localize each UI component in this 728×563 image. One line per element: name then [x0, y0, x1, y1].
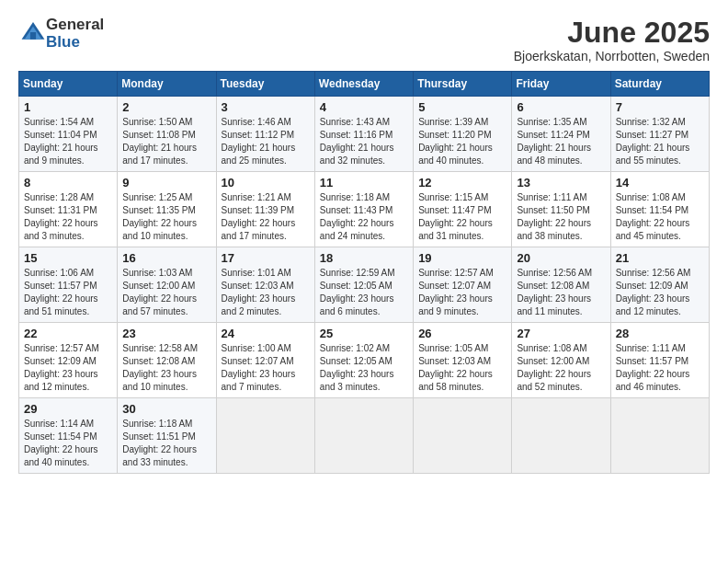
- day-number: 11: [320, 176, 408, 190]
- calendar-cell: 3Sunrise: 1:46 AMSunset: 11:12 PMDayligh…: [216, 97, 314, 172]
- day-info: Sunrise: 12:57 AMSunset: 12:09 AMDayligh…: [24, 342, 112, 394]
- calendar-cell: 4Sunrise: 1:43 AMSunset: 11:16 PMDayligh…: [314, 97, 413, 172]
- calendar-cell: 7Sunrise: 1:32 AMSunset: 11:27 PMDayligh…: [610, 97, 709, 172]
- calendar-cell: 21Sunrise: 12:56 AMSunset: 12:09 AMDayli…: [610, 247, 709, 323]
- calendar-cell: 10Sunrise: 1:21 AMSunset: 11:39 PMDaylig…: [216, 172, 314, 247]
- day-info: Sunrise: 1:05 AMSunset: 12:03 AMDaylight…: [418, 342, 506, 394]
- day-info: Sunrise: 1:18 AMSunset: 11:43 PMDaylight…: [320, 191, 408, 243]
- day-info: Sunrise: 1:46 AMSunset: 11:12 PMDaylight…: [222, 116, 310, 167]
- day-number: 21: [616, 251, 704, 265]
- header: General Blue June 2025 Bjoerkskatan, Nor…: [18, 17, 710, 63]
- day-info: Sunrise: 1:03 AMSunset: 12:00 AMDaylight…: [122, 267, 210, 318]
- day-info: Sunrise: 12:56 AMSunset: 12:08 AMDayligh…: [517, 267, 605, 318]
- day-number: 28: [616, 327, 704, 340]
- calendar-cell: 2Sunrise: 1:50 AMSunset: 11:08 PMDayligh…: [118, 97, 216, 172]
- calendar-week-row: 15Sunrise: 1:06 AMSunset: 11:57 PMDaylig…: [19, 247, 710, 323]
- day-number: 10: [222, 176, 310, 190]
- day-of-week-header: Saturday: [610, 72, 709, 97]
- day-info: Sunrise: 1:08 AMSunset: 12:00 AMDaylight…: [517, 342, 605, 394]
- calendar-cell: 20Sunrise: 12:56 AMSunset: 12:08 AMDayli…: [512, 247, 610, 323]
- calendar-cell: 26Sunrise: 1:05 AMSunset: 12:03 AMDaylig…: [414, 323, 512, 398]
- calendar-cell: [414, 398, 512, 474]
- day-info: Sunrise: 1:06 AMSunset: 11:57 PMDaylight…: [24, 267, 112, 318]
- day-number: 13: [517, 176, 605, 190]
- day-info: Sunrise: 1:39 AMSunset: 11:20 PMDaylight…: [418, 116, 506, 167]
- logo-blue-text: Blue: [46, 33, 80, 51]
- day-info: Sunrise: 1:28 AMSunset: 11:31 PMDaylight…: [24, 191, 112, 243]
- logo: General Blue: [18, 17, 104, 51]
- day-info: Sunrise: 1:54 AMSunset: 11:04 PMDaylight…: [24, 116, 112, 167]
- day-number: 18: [320, 251, 408, 265]
- calendar-cell: [216, 398, 314, 474]
- day-info: Sunrise: 1:14 AMSunset: 11:54 PMDaylight…: [24, 418, 112, 469]
- day-number: 26: [418, 327, 506, 340]
- day-info: Sunrise: 1:50 AMSunset: 11:08 PMDaylight…: [122, 116, 210, 167]
- day-info: Sunrise: 12:59 AMSunset: 12:05 AMDayligh…: [320, 267, 408, 318]
- calendar-week-row: 8Sunrise: 1:28 AMSunset: 11:31 PMDayligh…: [19, 172, 710, 247]
- day-of-week-header: Wednesday: [314, 72, 413, 97]
- calendar-cell: 1Sunrise: 1:54 AMSunset: 11:04 PMDayligh…: [19, 97, 118, 172]
- calendar-cell: 22Sunrise: 12:57 AMSunset: 12:09 AMDayli…: [19, 323, 118, 398]
- day-info: Sunrise: 1:21 AMSunset: 11:39 PMDaylight…: [222, 191, 310, 243]
- day-info: Sunrise: 1:08 AMSunset: 11:54 PMDaylight…: [616, 191, 704, 243]
- day-info: Sunrise: 1:35 AMSunset: 11:24 PMDaylight…: [517, 116, 605, 167]
- day-number: 14: [616, 176, 704, 190]
- day-info: Sunrise: 12:58 AMSunset: 12:08 AMDayligh…: [122, 342, 210, 394]
- day-number: 25: [320, 327, 408, 340]
- calendar-week-row: 22Sunrise: 12:57 AMSunset: 12:09 AMDayli…: [19, 323, 710, 398]
- day-number: 17: [222, 251, 310, 265]
- calendar-cell: [512, 398, 610, 474]
- day-info: Sunrise: 1:43 AMSunset: 11:16 PMDaylight…: [320, 116, 408, 167]
- calendar-cell: 16Sunrise: 1:03 AMSunset: 12:00 AMDaylig…: [118, 247, 216, 323]
- calendar-table: SundayMondayTuesdayWednesdayThursdayFrid…: [18, 71, 710, 474]
- day-info: Sunrise: 1:00 AMSunset: 12:07 AMDaylight…: [222, 342, 310, 394]
- logo-general-text: General: [46, 16, 104, 33]
- day-number: 20: [517, 251, 605, 265]
- month-title: June 2025: [514, 17, 710, 49]
- day-number: 12: [418, 176, 506, 190]
- day-number: 5: [418, 100, 506, 114]
- day-number: 24: [222, 327, 310, 340]
- logo-icon: [20, 19, 46, 45]
- day-number: 15: [24, 251, 112, 265]
- day-info: Sunrise: 1:11 AMSunset: 11:50 PMDaylight…: [517, 191, 605, 243]
- day-info: Sunrise: 1:01 AMSunset: 12:03 AMDaylight…: [222, 267, 310, 318]
- calendar-cell: 8Sunrise: 1:28 AMSunset: 11:31 PMDayligh…: [19, 172, 118, 247]
- calendar-cell: 12Sunrise: 1:15 AMSunset: 11:47 PMDaylig…: [414, 172, 512, 247]
- title-block: June 2025 Bjoerkskatan, Norrbotten, Swed…: [514, 17, 710, 63]
- day-of-week-header: Sunday: [19, 72, 118, 97]
- day-number: 7: [616, 100, 704, 114]
- day-info: Sunrise: 1:25 AMSunset: 11:35 PMDaylight…: [122, 191, 210, 243]
- calendar-cell: 5Sunrise: 1:39 AMSunset: 11:20 PMDayligh…: [414, 97, 512, 172]
- day-number: 4: [320, 100, 408, 114]
- day-number: 23: [122, 327, 210, 340]
- day-info: Sunrise: 1:32 AMSunset: 11:27 PMDaylight…: [616, 116, 704, 167]
- day-number: 30: [122, 402, 210, 416]
- calendar-cell: [314, 398, 413, 474]
- calendar-cell: 17Sunrise: 1:01 AMSunset: 12:03 AMDaylig…: [216, 247, 314, 323]
- calendar-cell: 15Sunrise: 1:06 AMSunset: 11:57 PMDaylig…: [19, 247, 118, 323]
- day-number: 8: [24, 176, 112, 190]
- day-number: 19: [418, 251, 506, 265]
- day-info: Sunrise: 1:15 AMSunset: 11:47 PMDaylight…: [418, 191, 506, 243]
- calendar-cell: 11Sunrise: 1:18 AMSunset: 11:43 PMDaylig…: [314, 172, 413, 247]
- day-number: 3: [222, 100, 310, 114]
- day-number: 16: [122, 251, 210, 265]
- day-info: Sunrise: 12:56 AMSunset: 12:09 AMDayligh…: [616, 267, 704, 318]
- calendar-cell: 29Sunrise: 1:14 AMSunset: 11:54 PMDaylig…: [19, 398, 118, 474]
- day-number: 9: [122, 176, 210, 190]
- day-info: Sunrise: 1:18 AMSunset: 11:51 PMDaylight…: [122, 418, 210, 469]
- calendar-cell: 13Sunrise: 1:11 AMSunset: 11:50 PMDaylig…: [512, 172, 610, 247]
- day-of-week-header: Tuesday: [216, 72, 314, 97]
- day-number: 2: [122, 100, 210, 114]
- day-number: 22: [24, 327, 112, 340]
- day-info: Sunrise: 1:11 AMSunset: 11:57 PMDaylight…: [616, 342, 704, 394]
- svg-rect-2: [30, 32, 36, 40]
- day-of-week-header: Monday: [118, 72, 216, 97]
- page: General Blue June 2025 Bjoerkskatan, Nor…: [0, 0, 728, 563]
- day-of-week-header: Friday: [512, 72, 610, 97]
- calendar-cell: 25Sunrise: 1:02 AMSunset: 12:05 AMDaylig…: [314, 323, 413, 398]
- calendar-cell: 27Sunrise: 1:08 AMSunset: 12:00 AMDaylig…: [512, 323, 610, 398]
- day-number: 29: [24, 402, 112, 416]
- day-number: 6: [517, 100, 605, 114]
